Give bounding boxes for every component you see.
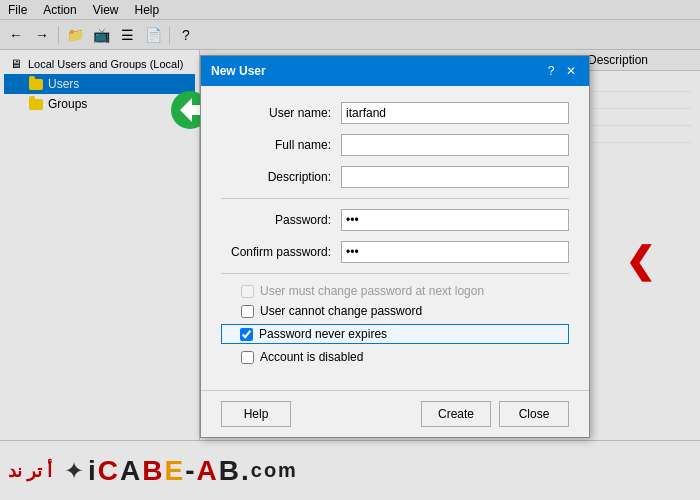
must-change-label: User must change password at next logon bbox=[260, 284, 484, 298]
checkbox-must-change-row: User must change password at next logon bbox=[221, 284, 569, 298]
checkbox-disabled-row: Account is disabled bbox=[221, 350, 569, 364]
account-disabled-label: Account is disabled bbox=[260, 350, 363, 364]
must-change-checkbox[interactable] bbox=[241, 285, 254, 298]
create-button[interactable]: Create bbox=[421, 401, 491, 427]
help-button-dialog[interactable]: Help bbox=[221, 401, 291, 427]
form-divider-2 bbox=[221, 273, 569, 274]
checkbox-cannot-change-row: User cannot change password bbox=[221, 304, 569, 318]
never-expires-checkbox[interactable] bbox=[240, 328, 253, 341]
account-disabled-checkbox[interactable] bbox=[241, 351, 254, 364]
fullname-input[interactable] bbox=[341, 134, 569, 156]
dialog-title: New User bbox=[211, 64, 266, 78]
red-chevron-arrow: ❮ bbox=[625, 240, 655, 282]
never-expires-label: Password never expires bbox=[259, 327, 387, 341]
password-row: Password: bbox=[221, 209, 569, 231]
form-divider bbox=[221, 198, 569, 199]
password-label: Password: bbox=[221, 213, 341, 227]
description-row: Description: bbox=[221, 166, 569, 188]
new-user-dialog: New User ? ✕ User name: Full name: Descr… bbox=[200, 55, 590, 438]
description-input[interactable] bbox=[341, 166, 569, 188]
dialog-close-ctrl[interactable]: ✕ bbox=[563, 63, 579, 79]
confirm-password-input[interactable] bbox=[341, 241, 569, 263]
cannot-change-checkbox[interactable] bbox=[241, 305, 254, 318]
fullname-row: Full name: bbox=[221, 134, 569, 156]
username-label: User name: bbox=[221, 106, 341, 120]
dialog-footer: Help Create Close bbox=[201, 390, 589, 437]
confirm-password-row: Confirm password: bbox=[221, 241, 569, 263]
confirm-password-label: Confirm password: bbox=[221, 245, 341, 259]
dialog-titlebar: New User ? ✕ bbox=[201, 56, 589, 86]
dialog-body: User name: Full name: Description: Passw… bbox=[201, 86, 589, 380]
username-input[interactable] bbox=[341, 102, 569, 124]
description-label: Description: bbox=[221, 170, 341, 184]
password-input[interactable] bbox=[341, 209, 569, 231]
close-button[interactable]: Close bbox=[499, 401, 569, 427]
username-row: User name: bbox=[221, 102, 569, 124]
fullname-label: Full name: bbox=[221, 138, 341, 152]
cannot-change-label: User cannot change password bbox=[260, 304, 422, 318]
dialog-help-ctrl[interactable]: ? bbox=[543, 63, 559, 79]
dialog-controls: ? ✕ bbox=[543, 63, 579, 79]
checkbox-never-expires-row: Password never expires bbox=[221, 324, 569, 344]
